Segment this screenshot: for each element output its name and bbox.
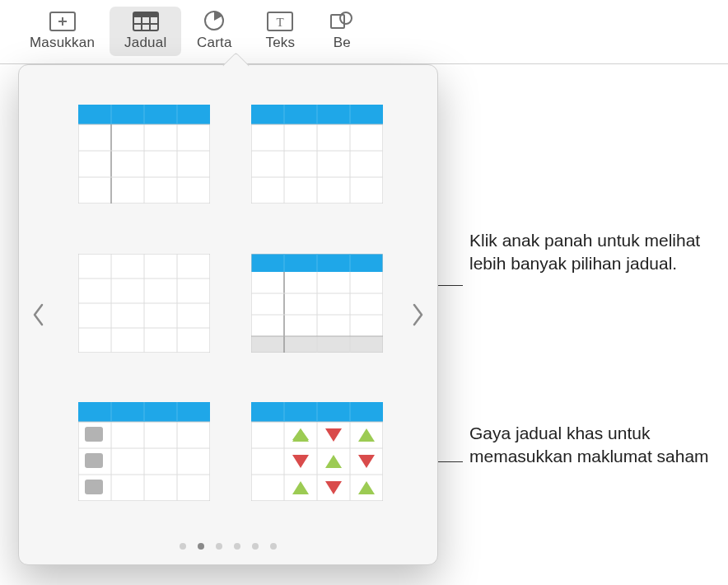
table-styles-popover — [18, 64, 438, 565]
toolbar-text[interactable]: T Teks — [247, 7, 313, 56]
page-dot-2[interactable] — [198, 543, 204, 550]
svg-point-12 — [340, 12, 352, 24]
toolbar: Masukkan Jadual Carta T — [0, 0, 728, 64]
table-style-checklist[interactable] — [78, 402, 210, 501]
svg-rect-4 — [133, 12, 158, 17]
svg-text:T: T — [277, 16, 284, 29]
svg-rect-11 — [331, 15, 344, 28]
page-dot-6[interactable] — [270, 543, 277, 550]
page-dot-5[interactable] — [252, 543, 259, 550]
toolbar-chart-label: Carta — [197, 35, 232, 51]
prev-page-arrow[interactable] — [22, 290, 55, 339]
toolbar-shape-label: Be — [334, 35, 351, 51]
table-style-plain[interactable] — [78, 254, 210, 353]
toolbar-insert[interactable]: Masukkan — [15, 7, 110, 56]
text-icon: T — [266, 10, 294, 31]
toolbar-shape[interactable]: Be — [313, 7, 356, 56]
page-dot-4[interactable] — [234, 543, 240, 550]
insert-icon — [49, 10, 77, 31]
toolbar-table-label: Jadual — [124, 35, 166, 51]
svg-rect-64 — [85, 453, 103, 468]
svg-rect-65 — [85, 480, 103, 494]
page-dot-1[interactable] — [180, 543, 186, 550]
page-dots — [19, 543, 437, 550]
chart-icon — [200, 10, 228, 31]
table-styles-grid — [19, 65, 437, 564]
callout-stock-hint: Gaya jadual khas untuk memasukkan maklum… — [469, 422, 716, 469]
toolbar-chart[interactable]: Carta — [181, 7, 247, 56]
table-icon — [132, 10, 160, 31]
table-style-header-footer[interactable] — [251, 254, 383, 353]
toolbar-insert-label: Masukkan — [30, 35, 95, 51]
page-dot-3[interactable] — [216, 543, 222, 550]
callout-arrow-hint: Klik anak panah untuk melihat lebih bany… — [469, 229, 716, 276]
table-style-header-blue-column[interactable] — [78, 105, 210, 204]
svg-rect-63 — [85, 427, 103, 442]
table-style-stock[interactable] — [251, 402, 383, 501]
toolbar-text-label: Teks — [266, 35, 296, 51]
table-style-header-blue[interactable] — [251, 105, 383, 204]
next-page-arrow[interactable] — [401, 290, 434, 339]
toolbar-table[interactable]: Jadual — [110, 7, 181, 56]
shape-icon — [328, 10, 356, 31]
